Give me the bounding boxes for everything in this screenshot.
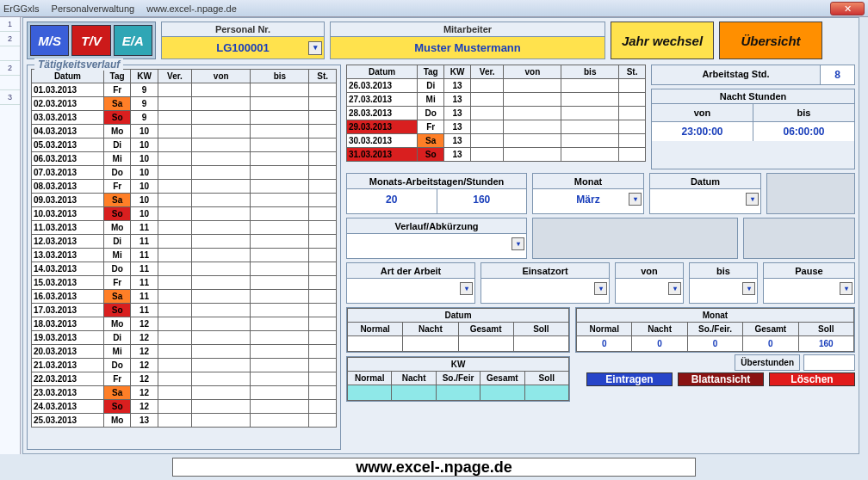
close-button[interactable]: ✕ [830,2,865,15]
loeschen-button[interactable]: Löschen [769,372,855,386]
monat-box: Monat März▾ [532,173,644,214]
pause-label: Pause [764,263,854,279]
table-row[interactable]: 08.03.2013Fr10 [32,180,337,194]
table-row[interactable]: 10.03.2013So10 [32,207,337,221]
jahr-wechsel-button[interactable]: Jahr wechsel [611,22,714,59]
summary-kw-box: KW NormalNachtSo./FeirGesamtSoll [346,356,570,402]
ueberstunden-label: Überstunden [735,354,800,371]
nacht-von-value: 23:00:00 [652,122,753,141]
spacer-box [532,218,738,259]
table-row[interactable]: 01.03.2013Fr9 [32,83,337,97]
form-panel: M/S T/V E/A Personal Nr. LG100001 ▾ Mita… [22,17,859,454]
table-row[interactable]: 27.03.2013Mi13 [347,93,646,107]
th-bis: bis [251,70,309,83]
table-row[interactable]: 09.03.2013Sa10 [32,194,337,207]
pause-box: Pause ▾ [763,262,855,304]
blattansicht-button[interactable]: Blattansicht [678,372,764,386]
table-row[interactable]: 24.03.2013So12 [32,400,337,414]
mode-ms-button[interactable]: M/S [30,25,69,56]
time-table-right: Datum Tag KW Ver. von bis St. 26.03.2013… [346,65,646,162]
einsatz-label: Einsatzort [481,263,609,279]
chevron-down-icon[interactable]: ▾ [742,282,755,295]
von-combo[interactable]: ▾ [616,279,683,303]
bis-combo[interactable]: ▾ [690,279,757,303]
personalnr-label: Personal Nr. [162,22,324,36]
title-app: ErGGxls [3,3,40,14]
sum-monat-title: Monat [577,309,854,323]
chevron-down-icon[interactable]: ▾ [308,41,322,55]
table-row[interactable]: 31.03.2013So13 [347,148,646,162]
table-row[interactable]: 22.03.2013Fr12 [32,372,337,386]
chevron-down-icon[interactable]: ▾ [629,193,642,206]
table-row[interactable]: 18.03.2013Mo12 [32,317,337,331]
datum-box: Datum ▾ [649,173,761,214]
ueberstunden-value [803,354,855,371]
table-row[interactable]: 20.03.2013Mi12 [32,345,337,359]
table-row[interactable]: 05.03.2013Di10 [32,138,337,152]
mode-tv-button[interactable]: T/V [71,25,110,56]
table-row[interactable]: 26.03.2013Di13 [347,79,646,93]
chevron-down-icon[interactable]: ▾ [746,193,759,206]
title-mod: Personalverwaltung [52,3,135,14]
table-row[interactable]: 16.03.2013Sa11 [32,290,337,304]
mode-ea-button[interactable]: E/A [114,25,152,56]
th-datum: Datum [347,65,418,79]
sum-kw-title: KW [348,358,569,372]
app-window: ErGGxls Personalverwaltung www.excel-.np… [0,0,868,480]
table-row[interactable]: 07.03.2013Do10 [32,166,337,180]
einsatz-combo[interactable]: ▾ [481,279,609,303]
table-row[interactable]: 04.03.2013Mo10 [32,125,337,138]
table-row[interactable]: 25.03.2013Mo13 [32,414,337,428]
th-ver: Ver. [158,70,191,83]
table-row[interactable]: 21.03.2013Do12 [32,359,337,372]
th-st: St. [619,65,646,79]
table-row[interactable]: 12.03.2013Di11 [32,235,337,249]
table-row[interactable]: 03.03.2013So9 [32,111,337,125]
arbeitstag-value: 8 [820,65,854,84]
eintragen-button[interactable]: Eintragen [586,372,673,386]
nacht-bis-value: 06:00:00 [753,122,854,141]
table-row[interactable]: 28.03.2013Do13 [347,107,646,120]
table-row[interactable]: 19.03.2013Di12 [32,331,337,345]
chevron-down-icon[interactable]: ▾ [460,282,473,295]
einsatzort-box: Einsatzort ▾ [480,262,610,304]
uebersicht-button[interactable]: Übersicht [719,22,822,59]
table-row[interactable]: 02.03.2013Sa9 [32,97,337,111]
table-row[interactable]: 06.03.2013Mi10 [32,152,337,166]
bis-box: bis ▾ [689,262,758,304]
mas-hours-value: 160 [437,189,527,213]
titlebar: ErGGxls Personalverwaltung www.excel-.np… [0,0,868,17]
art-label: Art der Arbeit [347,263,474,279]
th-kw: KW [444,65,471,79]
bis-label: bis [690,263,757,279]
table-row[interactable]: 15.03.2013Fr11 [32,276,337,290]
table-row[interactable]: 17.03.2013So11 [32,304,337,317]
verlauf-combo[interactable]: ▾ [347,234,526,258]
mitarbeiter-label: Mitarbeiter [331,22,604,36]
footer-url: www.excel-.npage.de [172,458,696,477]
chevron-down-icon[interactable]: ▾ [840,282,852,295]
personalnr-combo[interactable]: LG100001 ▾ [162,36,324,58]
table-row[interactable]: 30.03.2013Sa13 [347,134,646,148]
nachtstunden-box: Nacht Stunden von bis 23:00:00 06:00:00 [651,89,855,169]
table-row[interactable]: 23.03.2013Sa12 [32,386,337,400]
table-row[interactable]: 14.03.2013Do11 [32,262,337,276]
datum-combo[interactable]: ▾ [650,189,760,213]
title-url: www.excel-.npage.de [146,3,237,14]
monat-combo[interactable]: März▾ [533,189,643,213]
chevron-down-icon[interactable]: ▾ [512,237,524,250]
chevron-down-icon[interactable]: ▾ [668,282,681,295]
table-row[interactable]: 29.03.2013Fr13 [347,120,646,134]
art-combo[interactable]: ▾ [347,279,474,303]
pause-combo[interactable]: ▾ [764,279,854,303]
th-ver: Ver. [470,65,504,79]
table-row[interactable]: 13.03.2013Mi11 [32,249,337,262]
table-row[interactable]: 11.03.2013Mo11 [32,221,337,235]
verlauf-box: Verlauf/Abkürzung ▾ [346,218,527,259]
arbeitstag-label: Arbeitstag Std. [652,65,820,84]
mitarbeiter-value: Muster Mustermann [331,36,604,58]
sum-datum-title: Datum [348,309,569,323]
th-tag: Tag [103,70,130,83]
th-tag: Tag [418,65,444,79]
chevron-down-icon[interactable]: ▾ [594,282,607,295]
